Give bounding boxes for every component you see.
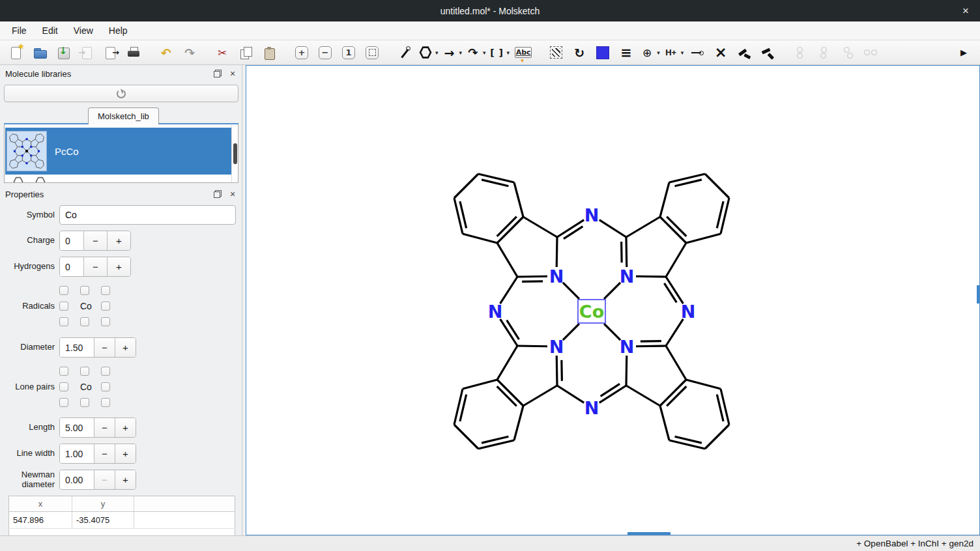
molecule-drawing[interactable]: CoNNNNNNNN <box>246 66 979 535</box>
lone-pair-checkbox[interactable] <box>59 367 68 376</box>
diameter-increment-button[interactable]: + <box>115 338 136 357</box>
close-panel-icon[interactable]: × <box>228 68 237 79</box>
chevron-down-icon[interactable]: ▾ <box>435 49 439 56</box>
coord-y-cell[interactable]: -35.4075 <box>72 512 134 529</box>
lone-pair-checkbox[interactable] <box>59 382 68 391</box>
menu-edit[interactable]: Edit <box>35 23 66 38</box>
float-panel-icon[interactable] <box>214 70 222 78</box>
newman-diameter-value[interactable]: 0.00 <box>60 470 94 489</box>
library-item-pcco[interactable]: PcCo <box>5 128 233 175</box>
connect-atoms-tool-1[interactable] <box>790 43 810 63</box>
atom-label-N[interactable]: N <box>584 205 599 225</box>
length-value[interactable]: 5.00 <box>60 418 94 437</box>
menu-view[interactable]: View <box>66 23 101 38</box>
window-close-button[interactable]: × <box>957 0 975 21</box>
lone-pair-checkbox[interactable] <box>101 382 110 391</box>
bracket-tool[interactable]: [ ]▾ <box>490 43 510 63</box>
hydrogens-decrement-button[interactable]: − <box>83 257 107 276</box>
ring-tool[interactable]: ▾ <box>418 43 439 63</box>
close-panel-icon[interactable]: × <box>228 189 237 199</box>
export-button[interactable] <box>100 43 120 63</box>
lone-pair-checkbox[interactable] <box>101 398 110 407</box>
lone-pair-tool[interactable] <box>687 43 707 63</box>
save-button[interactable] <box>53 43 73 63</box>
charge-increment-button[interactable]: + <box>107 231 130 250</box>
float-panel-icon[interactable] <box>214 190 222 198</box>
import-button[interactable] <box>77 43 96 63</box>
radical-checkbox[interactable] <box>101 286 110 295</box>
canvas-vertical-scrollbar[interactable] <box>977 285 979 304</box>
radical-checkbox[interactable] <box>59 302 68 311</box>
chevron-down-icon[interactable]: ▾ <box>483 49 486 56</box>
print-button[interactable] <box>124 43 143 63</box>
mechanism-tool-1[interactable] <box>734 43 754 63</box>
atom-label-N[interactable]: N <box>620 337 635 357</box>
symbol-input[interactable] <box>59 205 236 225</box>
toolbar-expand-button[interactable]: ▶ <box>954 43 973 63</box>
lone-pair-checkbox[interactable] <box>80 398 89 407</box>
undo-button[interactable]: ↶ <box>156 43 176 63</box>
radical-checkbox[interactable] <box>80 286 89 295</box>
lone-pair-checkbox[interactable] <box>101 367 110 376</box>
selection-tool[interactable] <box>546 43 566 63</box>
charge-tool[interactable]: ⊕▾ <box>640 43 660 63</box>
mechanism-arrow-tool[interactable]: ↷▾ <box>466 43 486 63</box>
chevron-down-icon[interactable]: ▾ <box>507 49 510 56</box>
atom-label-N[interactable]: N <box>681 302 696 322</box>
hydrogen-tool[interactable]: H+▾ <box>664 43 684 63</box>
new-file-button[interactable] <box>7 43 26 63</box>
line-width-increment-button[interactable]: + <box>115 444 136 463</box>
draw-bond-tool[interactable] <box>395 43 414 63</box>
library-item-next-partial[interactable] <box>5 175 233 182</box>
connect-atoms-tool-3[interactable] <box>837 43 857 63</box>
drawing-canvas[interactable]: CoNNNNNNNN <box>246 65 980 535</box>
atom-label-N[interactable]: N <box>549 337 564 357</box>
open-file-button[interactable] <box>30 43 50 63</box>
charge-value[interactable]: 0 <box>60 231 83 250</box>
redo-button[interactable]: ↷ <box>180 43 199 63</box>
length-increment-button[interactable]: + <box>115 418 136 437</box>
hydrogens-increment-button[interactable]: + <box>107 257 130 276</box>
chevron-down-icon[interactable]: ▾ <box>681 49 684 56</box>
diameter-value[interactable]: 1.50 <box>60 338 94 357</box>
newman-diameter-decrement-button[interactable]: − <box>94 470 115 489</box>
atom-label-Co[interactable]: Co <box>579 302 604 322</box>
lone-pair-checkbox[interactable] <box>80 367 89 376</box>
coord-x-cell[interactable]: 547.896 <box>9 512 72 529</box>
radical-checkbox[interactable] <box>101 317 110 326</box>
connect-atoms-tool-2[interactable] <box>814 43 833 63</box>
zoom-out-button[interactable]: − <box>315 43 335 63</box>
connect-atoms-tool-4[interactable] <box>861 43 880 63</box>
atom-label-N[interactable]: N <box>488 302 503 322</box>
cut-button[interactable]: ✂ <box>212 43 232 63</box>
atom-label-N[interactable]: N <box>549 266 564 287</box>
line-width-value[interactable]: 1.00 <box>60 444 94 463</box>
line-width-tool[interactable]: ≡ <box>616 43 636 63</box>
radical-checkbox[interactable] <box>59 286 68 295</box>
library-refresh-button[interactable] <box>4 85 238 102</box>
paste-button[interactable] <box>259 43 279 63</box>
delete-tool[interactable]: × <box>711 43 730 63</box>
color-picker-button[interactable] <box>593 43 612 63</box>
zoom-original-button[interactable]: 1 <box>339 43 358 63</box>
menu-help[interactable]: Help <box>101 23 136 38</box>
tab-molsketch-lib[interactable]: Molsketch_lib <box>88 107 159 124</box>
menu-file[interactable]: File <box>4 23 35 38</box>
atom-label-N[interactable]: N <box>584 398 599 418</box>
newman-diameter-increment-button[interactable]: + <box>115 470 136 489</box>
charge-decrement-button[interactable]: − <box>83 231 107 250</box>
chevron-down-icon[interactable]: ▾ <box>459 49 463 56</box>
text-tool[interactable]: Abc <box>513 43 533 63</box>
canvas-horizontal-scrollbar[interactable] <box>627 532 670 535</box>
lone-pair-checkbox[interactable] <box>59 398 68 407</box>
atom-label-N[interactable]: N <box>620 266 635 287</box>
radical-checkbox[interactable] <box>80 317 89 326</box>
chevron-down-icon[interactable]: ▾ <box>657 49 660 56</box>
rotate-tool[interactable]: ↻ <box>569 43 589 63</box>
hydrogens-value[interactable]: 0 <box>60 257 83 276</box>
arrow-tool[interactable]: →▾ <box>442 43 463 63</box>
zoom-fit-button[interactable] <box>362 43 382 63</box>
copy-button[interactable] <box>236 43 255 63</box>
length-decrement-button[interactable]: − <box>94 418 115 437</box>
radical-checkbox[interactable] <box>101 302 110 311</box>
